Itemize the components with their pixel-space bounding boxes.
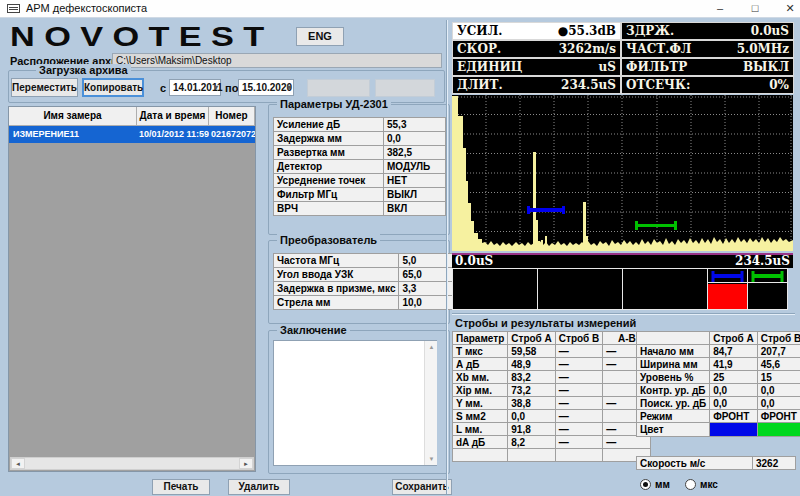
- param-label: Угол ввода УЗК: [274, 268, 399, 282]
- date-to-label: по: [225, 82, 238, 94]
- list-horizontal-scrollbar[interactable]: ◄ ►: [10, 457, 254, 470]
- move-button[interactable]: Переместить: [11, 78, 78, 97]
- delete-button[interactable]: Удалить: [228, 479, 290, 495]
- param-label: Задержка в призме, мкс: [274, 282, 399, 296]
- readout-value: 234.5uS: [561, 77, 616, 93]
- readout-label: ДЛИТ.: [457, 77, 503, 93]
- param-value: 0,0: [384, 132, 446, 146]
- window-title: АРМ дефекстоскописта: [26, 2, 147, 14]
- date-to-select[interactable]: 15.10.2020 ▾: [238, 79, 294, 96]
- ascan-scale: 0.0uS 234.5uS: [452, 253, 793, 268]
- readout-value: ВЫКЛ: [743, 59, 789, 75]
- load-archive-title: Загрузка архива: [36, 64, 131, 76]
- eng-button[interactable]: ENG: [296, 27, 344, 46]
- param-label: Детектор: [274, 160, 384, 174]
- param-value: НЕТ: [384, 174, 446, 188]
- table-row: РежимФРОНТФРОНТ: [637, 410, 800, 423]
- results-col-gate-b: Строб В: [555, 332, 603, 345]
- gate-b-icon: [748, 269, 787, 283]
- table-row: Ширина мм41,945,6: [637, 358, 800, 371]
- table-row: Контр. ур. дБ0,00,0: [637, 384, 800, 397]
- readout-gain[interactable]: УСИЛ. ●55.3dB: [452, 22, 621, 40]
- print-button[interactable]: Печать: [152, 479, 210, 495]
- conclusion-title: Заключение: [277, 324, 350, 336]
- velocity-label: Скорость м/с: [637, 457, 753, 470]
- param-value: ВЫКЛ: [384, 188, 446, 202]
- scroll-down-icon[interactable]: ▼: [425, 453, 438, 465]
- readout-label: ЗДРЖ.: [626, 23, 674, 39]
- param-label: Стрела мм: [274, 296, 399, 310]
- table-row: Y мм.38,8——: [453, 397, 651, 410]
- table-row: Поиск. ур. дБ0,00,0: [637, 397, 800, 410]
- scroll-left-icon[interactable]: ◄: [11, 458, 25, 469]
- date-to-value: 15.10.2020: [242, 82, 292, 93]
- archive-path-field[interactable]: C:\Users\Maksim\Desktop: [112, 53, 442, 68]
- transducer-table: Частота МГц5,0 Угол ввода УЗК65,0 Задерж…: [273, 253, 461, 310]
- app-window: АРМ дефекстоскописта – □ ✕ NOVOTEST ENG …: [0, 0, 800, 496]
- chevron-down-icon: ▾: [287, 83, 291, 92]
- gate-status-cell-1: [452, 268, 538, 310]
- gate-b: [635, 221, 677, 230]
- settings-col-blank: [637, 332, 710, 345]
- results-col-param: Параметр: [453, 332, 508, 345]
- velocity-value: 3262: [753, 457, 796, 470]
- close-button[interactable]: ✕: [775, 0, 800, 18]
- list-item-name[interactable]: ИЗМЕРЕНИЕ11: [9, 126, 137, 143]
- readout-cutoff[interactable]: ОТСЕЧК: 0%: [621, 76, 794, 94]
- device-params-title: Параметры УД-2301: [277, 98, 391, 110]
- strobe-settings-table: Строб А Строб В Начало мм84,7207,7 Ширин…: [636, 331, 800, 437]
- param-value: МОДУЛЬ: [384, 160, 446, 174]
- param-value: ВКЛ: [384, 202, 446, 216]
- ascan-waveform: [452, 95, 793, 251]
- table-row: Т мкс59,58——: [453, 345, 651, 358]
- column-header-number[interactable]: Номер: [209, 107, 255, 126]
- readout-duration[interactable]: ДЛИТ. 234.5uS: [452, 76, 621, 94]
- minimize-button[interactable]: –: [705, 0, 735, 18]
- readout-value: uS: [599, 59, 616, 75]
- gate-a: [527, 206, 565, 214]
- readout-value: 0%: [769, 77, 789, 93]
- units-us-radio[interactable]: [685, 479, 696, 490]
- velocity-row: Скорость м/с 3262: [636, 456, 796, 470]
- copy-button[interactable]: Копировать: [82, 78, 144, 97]
- units-mm-radio[interactable]: [640, 479, 651, 490]
- gate-b-color-swatch: [758, 423, 800, 436]
- readout-value: 3262m/s: [559, 41, 616, 57]
- scroll-right-icon[interactable]: ►: [239, 458, 253, 469]
- table-row: S мм20,0—: [453, 410, 651, 423]
- list-item-number[interactable]: 0216720720: [209, 126, 255, 143]
- table-row: Уровень %2515: [637, 371, 800, 384]
- transducer-title: Преобразователь: [277, 234, 380, 246]
- readout-value: 5.0MHz: [737, 41, 789, 57]
- readout-frequency[interactable]: ЧАСТ.ФЛ 5.0MHz: [621, 40, 794, 58]
- param-label: Частота МГц: [274, 254, 399, 268]
- app-icon: [7, 4, 20, 13]
- column-header-datetime[interactable]: Дата и время: [137, 107, 209, 126]
- readout-units[interactable]: ЕДИНИЦ uS: [452, 58, 621, 76]
- settings-col-gate-a: Строб А: [710, 332, 758, 345]
- readout-label: ЕДИНИЦ: [457, 59, 522, 75]
- units-mm-label: мм: [655, 479, 670, 490]
- scale-start: 0.0uS: [455, 255, 493, 268]
- conclusion-textarea[interactable]: [273, 340, 437, 466]
- param-value: 382,5: [384, 146, 446, 160]
- maximize-button[interactable]: □: [740, 0, 770, 18]
- conclusion-scrollbar[interactable]: ▲ ▼: [424, 341, 437, 465]
- readout-filter[interactable]: ФИЛЬТР ВЫКЛ: [621, 58, 794, 76]
- save-button[interactable]: Сохранить: [392, 479, 452, 495]
- date-from-select[interactable]: 14.01.2011 ▾: [169, 79, 221, 96]
- table-row: Цвет: [637, 423, 800, 437]
- table-row: L мм.91,8——: [453, 423, 651, 436]
- table-row: А дБ48,9——: [453, 358, 651, 371]
- disabled-field-1: [307, 79, 370, 97]
- readout-label: ЧАСТ.ФЛ: [626, 41, 691, 57]
- gate-a-icon: [708, 269, 747, 283]
- param-label: ВРЧ: [274, 202, 384, 216]
- gate-a-color-swatch: [710, 423, 757, 436]
- scroll-up-icon[interactable]: ▲: [425, 341, 438, 353]
- readout-delay[interactable]: ЗДРЖ. 0.0uS: [621, 22, 794, 40]
- list-item-datetime[interactable]: 10/01/2012 11:59: [137, 126, 209, 143]
- novotest-logo: NOVOTEST: [10, 21, 274, 52]
- column-header-name[interactable]: Имя замера: [9, 107, 137, 126]
- readout-velocity[interactable]: СКОР. 3262m/s: [452, 40, 621, 58]
